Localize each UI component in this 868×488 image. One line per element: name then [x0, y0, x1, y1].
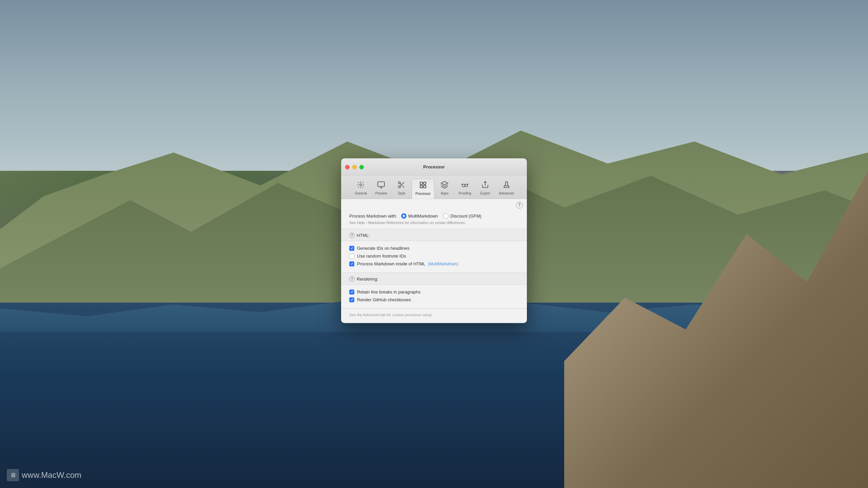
checkbox-random-footnotes-label: Use random footnote IDs	[357, 253, 406, 259]
help-button[interactable]: ?	[516, 202, 523, 208]
tab-general[interactable]: General	[351, 179, 371, 199]
preferences-window: Processor General Preview	[341, 158, 527, 323]
monitor-icon	[377, 181, 385, 190]
tab-apps[interactable]: Apps	[434, 179, 455, 199]
checkbox-retain-line-breaks[interactable]: Retain line breaks in paragraphs	[349, 288, 519, 296]
radio-dot-multimarkdown	[401, 213, 407, 219]
list-icon	[419, 181, 427, 190]
tab-proofing[interactable]: Proofing	[455, 179, 475, 199]
maximize-button[interactable]	[359, 165, 364, 169]
checkbox-render-github-label: Render GitHub checkboxes	[357, 297, 411, 302]
window-title: Processor	[423, 164, 445, 169]
checkbox-process-markdown-html-label: Process Markdown inside of HTML	[357, 261, 426, 266]
tab-style-label: Style	[398, 191, 405, 195]
checkbox-retain-line-breaks-label: Retain line breaks in paragraphs	[357, 289, 420, 294]
svg-rect-11	[423, 182, 426, 184]
html-section-header: ? HTML:	[341, 229, 527, 241]
svg-point-0	[360, 184, 362, 186]
watermark-icon: 🖥	[7, 469, 19, 481]
glasses-icon	[461, 181, 469, 190]
radio-multimarkdown[interactable]: MultiMarkdown	[401, 213, 438, 219]
multimarkdown-tag: (MultiMarkdown)	[428, 262, 458, 266]
checkbox-render-github-box[interactable]	[349, 297, 354, 302]
footer-text: See the Advanced tab for custom processo…	[341, 308, 527, 323]
rendering-help-button[interactable]: ?	[349, 276, 355, 282]
radio-dot-discount	[443, 213, 449, 219]
radio-discount-label: Discount (GFM)	[450, 214, 481, 219]
html-options: Generate IDs on headlines Use random foo…	[341, 241, 527, 272]
checkbox-random-footnotes-box[interactable]	[349, 253, 354, 259]
svg-point-13	[462, 184, 465, 187]
html-help-button[interactable]: ?	[349, 232, 355, 238]
svg-point-5	[398, 186, 400, 188]
rendering-options: Retain line breaks in paragraphs Render …	[341, 285, 527, 308]
tab-preview-label: Preview	[375, 191, 387, 195]
watermark-text: www.MacW.com	[22, 470, 81, 480]
titlebar: Processor	[341, 158, 527, 176]
html-section-title: HTML:	[357, 233, 370, 238]
tab-export-label: Export	[480, 191, 490, 195]
svg-point-4	[398, 182, 400, 184]
checkbox-generate-ids[interactable]: Generate IDs on headlines	[349, 244, 519, 252]
content-area: ? Process Markdown with: MultiMarkdown D…	[341, 199, 527, 323]
svg-rect-12	[423, 185, 426, 188]
minimize-button[interactable]	[352, 165, 357, 169]
tab-processor[interactable]: Processor	[412, 179, 434, 199]
radio-discount[interactable]: Discount (GFM)	[443, 213, 481, 219]
close-button[interactable]	[345, 165, 350, 169]
scissors-icon	[397, 181, 406, 190]
rendering-section-header: ? Rendering:	[341, 273, 527, 284]
svg-rect-1	[378, 182, 384, 186]
tab-preview[interactable]: Preview	[371, 179, 391, 199]
process-markdown-section: Process Markdown with: MultiMarkdown Dis…	[341, 208, 527, 220]
tab-general-label: General	[355, 191, 367, 195]
svg-rect-10	[420, 185, 422, 188]
radio-multimarkdown-label: MultiMarkdown	[408, 214, 438, 219]
svg-line-8	[400, 183, 401, 185]
markdown-subtitle: See Help→Markdown Reference for informat…	[341, 220, 527, 229]
tab-advanced[interactable]: Advanced	[495, 179, 517, 199]
tab-apps-label: Apps	[441, 191, 449, 195]
checkbox-generate-ids-box[interactable]	[349, 246, 354, 251]
tab-processor-label: Processor	[415, 192, 431, 196]
checkbox-random-footnotes[interactable]: Use random footnote IDs	[349, 252, 519, 260]
apps-icon	[440, 181, 449, 190]
radio-group: MultiMarkdown Discount (GFM)	[401, 213, 481, 219]
checkbox-process-markdown-html[interactable]: Process Markdown inside of HTML (MultiMa…	[349, 260, 519, 268]
export-icon	[481, 181, 489, 190]
toolbar: General Preview	[341, 176, 527, 199]
traffic-lights	[345, 165, 364, 169]
tab-advanced-label: Advanced	[499, 191, 514, 195]
checkbox-generate-ids-label: Generate IDs on headlines	[357, 246, 410, 251]
svg-rect-9	[420, 182, 422, 184]
process-markdown-label: Process Markdown with:	[349, 214, 397, 219]
tab-style[interactable]: Style	[391, 179, 412, 199]
tab-export[interactable]: Export	[475, 179, 495, 199]
watermark: 🖥 www.MacW.com	[7, 469, 81, 481]
tab-proofing-label: Proofing	[459, 191, 471, 195]
rendering-section-title: Rendering:	[357, 277, 378, 282]
svg-line-7	[402, 186, 405, 188]
flask-icon	[502, 181, 511, 190]
checkbox-retain-line-breaks-box[interactable]	[349, 289, 354, 294]
checkbox-process-markdown-html-box[interactable]	[349, 261, 354, 266]
checkbox-render-github[interactable]: Render GitHub checkboxes	[349, 296, 519, 304]
gear-icon	[357, 181, 365, 190]
